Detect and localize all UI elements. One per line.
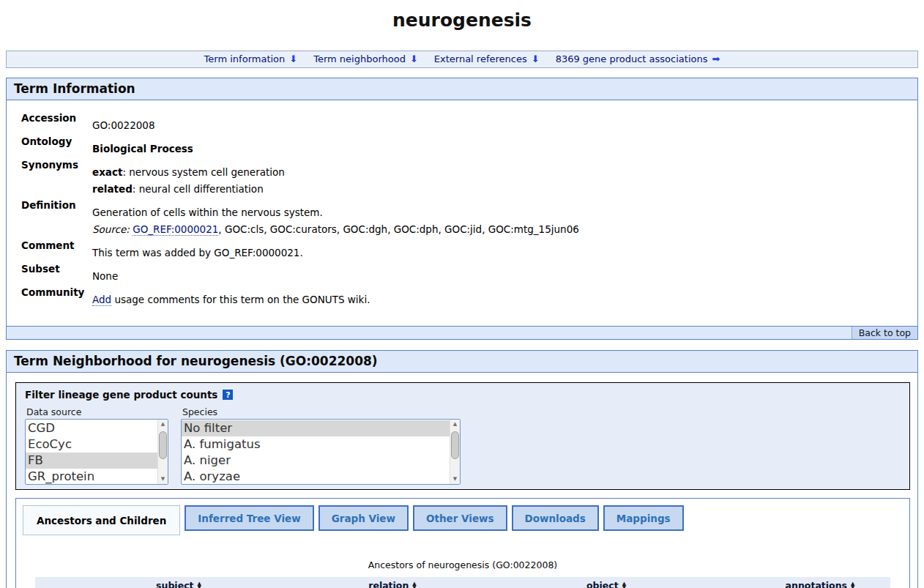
text-part: None <box>92 270 118 282</box>
scrollbar[interactable]: ▲ ▼ <box>450 420 460 484</box>
down-arrow-icon: ⬇ <box>289 53 297 64</box>
term-info-row-label: Ontology <box>7 135 92 157</box>
data-source-option-gr-protein[interactable]: GR_protein <box>26 469 157 485</box>
filter-title: Filter lineage gene product counts <box>25 389 217 401</box>
add-comment-link[interactable]: Add <box>92 294 111 306</box>
term-info-row-ontology: OntologyBiological Process <box>7 135 917 157</box>
tab-graph-view[interactable]: Graph View <box>318 505 409 531</box>
scrollbar-thumb[interactable] <box>159 431 167 459</box>
scrollbar-track[interactable] <box>450 429 460 475</box>
back-to-top-link[interactable]: Back to top <box>852 327 917 339</box>
term-information-header: Term Information <box>7 78 917 100</box>
column-header-relation[interactable]: relation▲▼ <box>368 580 417 588</box>
column-header-annotations[interactable]: annotations▲▼ <box>786 580 855 588</box>
down-arrow-icon: ⬇ <box>532 53 540 64</box>
tab-other-views[interactable]: Other Views <box>413 505 507 531</box>
species-option-no-filter[interactable]: No filter <box>182 420 450 436</box>
nav-link-label: External references <box>434 53 527 64</box>
term-information-footer: Back to top <box>7 326 917 339</box>
column-header-subject[interactable]: subject▲▼ <box>156 580 201 588</box>
nav-link-8369-gene-product-associations[interactable]: 8369 gene product associations➡ <box>556 53 720 64</box>
tab-ancestors-and-children[interactable]: Ancestors and Children <box>23 505 180 535</box>
table-column-object: object▲▼ <box>463 580 677 588</box>
sort-down-arrow: ▼ <box>622 586 626 588</box>
text-part: GO:0022008 <box>92 119 155 131</box>
sort-down-arrow: ▼ <box>412 586 416 588</box>
species-listbox[interactable]: No filterA. fumigatusA. nigerA. oryzae ▲… <box>181 419 461 485</box>
data-source-options: CGDEcoCycFBGR_protein <box>26 420 157 485</box>
tab-mappings[interactable]: Mappings <box>603 505 684 531</box>
tab-inferred-tree-view[interactable]: Inferred Tree View <box>185 505 313 531</box>
nav-link-term-neighborhood[interactable]: Term neighborhood⬇ <box>313 53 418 64</box>
tab-content: Ancestors of neurogenesis (GO:0022008) s… <box>16 559 909 588</box>
column-header-label: subject <box>156 580 193 588</box>
term-info-row-subset: SubsetNone <box>7 263 917 285</box>
scroll-down-button[interactable]: ▼ <box>158 475 168 484</box>
data-source-column: Data source CGDEcoCycFBGR_protein ▲ ▼ <box>25 406 180 485</box>
page: neurogenesis Term information⬇Term neigh… <box>0 0 924 588</box>
scroll-up-button[interactable]: ▲ <box>450 420 460 429</box>
data-source-option-fb[interactable]: FB <box>26 453 157 469</box>
data-source-option-ecocyc[interactable]: EcoCyc <box>26 436 157 453</box>
species-column: Species No filterA. fumigatusA. nigerA. … <box>181 406 461 485</box>
scrollbar-thumb[interactable] <box>451 431 459 459</box>
term-info-row-label: Subset <box>7 263 92 285</box>
data-source-option-cgd[interactable]: CGD <box>26 420 157 436</box>
sort-icon: ▲▼ <box>412 581 416 588</box>
term-info-row-comment: CommentThis term was added by GO_REF:000… <box>7 239 917 261</box>
filter-title-row: Filter lineage gene product counts ? <box>25 389 902 401</box>
term-info-value-line: related: neural cell differentiation <box>92 181 285 198</box>
species-option-a-oryzae[interactable]: A. oryzae <box>182 469 450 485</box>
species-options: No filterA. fumigatusA. nigerA. oryzae <box>182 420 450 485</box>
species-option-a-fumigatus[interactable]: A. fumigatus <box>182 436 450 453</box>
term-info-row-value: Biological Process <box>92 135 193 157</box>
nav-link-label: Term neighborhood <box>313 53 406 64</box>
scroll-up-button[interactable]: ▲ <box>158 420 168 429</box>
term-neighborhood-header: Term Neighborhood for neurogenesis (GO:0… <box>7 351 917 373</box>
scrollbar-track[interactable] <box>158 429 168 475</box>
species-option-a-niger[interactable]: A. niger <box>182 453 450 469</box>
tab-downloads[interactable]: Downloads <box>512 505 599 531</box>
nav-link-term-information[interactable]: Term information⬇ <box>204 53 298 64</box>
down-arrow-icon: ⬇ <box>410 53 418 64</box>
term-neighborhood-body: Filter lineage gene product counts ? Dat… <box>7 373 917 588</box>
column-header-object[interactable]: object▲▼ <box>586 580 626 588</box>
term-info-value-line: None <box>92 268 118 285</box>
term-info-row-value: None <box>92 263 118 285</box>
term-neighborhood-panel: Term Neighborhood for neurogenesis (GO:0… <box>6 350 918 588</box>
table-column-annotations: annotations▲▼ <box>677 580 890 588</box>
text-part: related <box>92 183 133 195</box>
term-info-value-line: This term was added by GO_REF:0000021. <box>92 245 303 261</box>
go-ref-link[interactable]: GO_REF:0000021 <box>133 223 218 236</box>
text-part: This term was added by GO_REF:0000021. <box>92 247 303 258</box>
table-header-row: subject▲▼relation▲▼object▲▼annotations▲▼ <box>35 577 890 588</box>
term-info-row-label: Community <box>7 286 92 308</box>
column-header-label: relation <box>368 580 409 588</box>
text-part: Source: <box>92 223 133 235</box>
data-source-label: Data source <box>26 406 180 417</box>
text-part: Generation of cells within the nervous s… <box>92 206 323 218</box>
nav-link-label: Term information <box>204 53 286 64</box>
right-arrow-icon: ➡ <box>712 53 720 64</box>
term-info-value-line: Biological Process <box>92 141 193 157</box>
term-info-row-label: Comment <box>7 239 92 261</box>
term-info-row-value: GO:0022008 <box>92 112 155 134</box>
scrollbar[interactable]: ▲ ▼ <box>157 420 168 484</box>
text-part: : neural cell differentiation <box>133 183 264 195</box>
term-information-panel: Term Information AccessionGO:0022008Onto… <box>6 78 918 340</box>
data-source-listbox[interactable]: CGDEcoCycFBGR_protein ▲ ▼ <box>25 419 168 485</box>
nav-link-external-references[interactable]: External references⬇ <box>434 53 540 64</box>
help-icon[interactable]: ? <box>223 390 233 400</box>
term-info-value-line: GO:0022008 <box>92 117 155 134</box>
text-part: usage comments for this term on the GONU… <box>111 294 370 305</box>
term-info-value-line: Add usage comments for this term on the … <box>92 291 370 308</box>
tab-bar: Ancestors and ChildrenInferred Tree View… <box>16 499 909 535</box>
sort-icon: ▲▼ <box>622 581 626 588</box>
text-part: : nervous system cell generation <box>122 166 284 178</box>
filter-columns: Data source CGDEcoCycFBGR_protein ▲ ▼ Sp… <box>25 406 902 485</box>
sort-icon: ▲▼ <box>851 581 854 588</box>
term-info-row-value: exact: nervous system cell generationrel… <box>92 159 285 198</box>
text-part: Biological Process <box>92 143 193 155</box>
scroll-down-button[interactable]: ▼ <box>450 475 460 484</box>
term-info-row-definition: DefinitionGeneration of cells within the… <box>7 199 917 238</box>
